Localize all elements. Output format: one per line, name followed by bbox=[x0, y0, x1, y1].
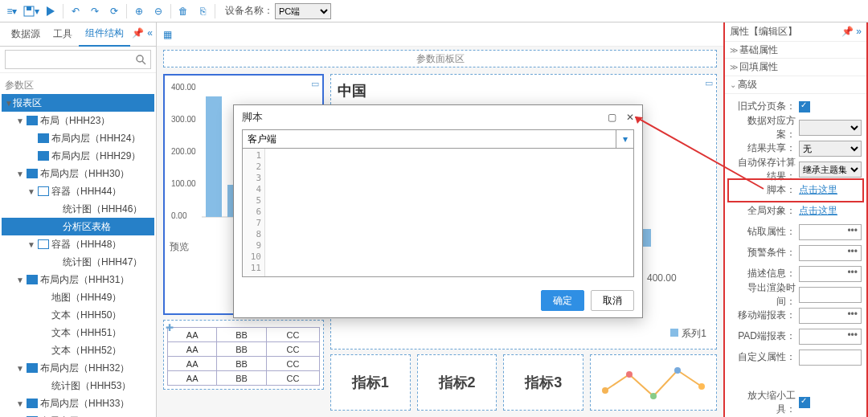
chevron-down-icon[interactable]: ▾ bbox=[616, 130, 633, 148]
combo-input[interactable] bbox=[243, 130, 616, 148]
modal-mask: 脚本 ▢ ✕ ▾ 1234567891011 确定 取消 bbox=[0, 0, 868, 417]
maximize-icon[interactable]: ▢ bbox=[608, 112, 616, 123]
close-icon[interactable]: ✕ bbox=[626, 112, 634, 123]
ok-button[interactable]: 确定 bbox=[541, 290, 584, 311]
line-gutter: 1234567891011 bbox=[243, 149, 265, 276]
cancel-button[interactable]: 取消 bbox=[591, 290, 634, 311]
script-modal: 脚本 ▢ ✕ ▾ 1234567891011 确定 取消 bbox=[233, 104, 643, 318]
code-editor[interactable]: 1234567891011 bbox=[242, 149, 634, 277]
script-target-combo[interactable]: ▾ bbox=[242, 129, 634, 149]
modal-title: 脚本 bbox=[242, 110, 263, 125]
